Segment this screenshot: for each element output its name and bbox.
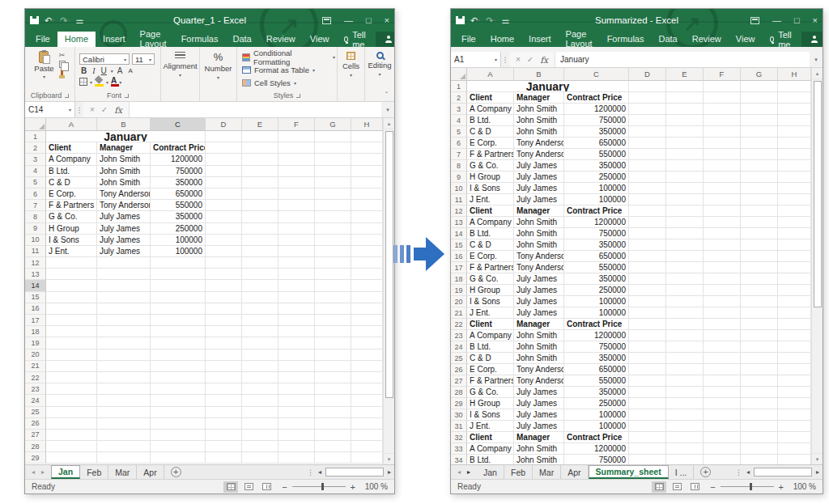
cell[interactable] [97,407,151,418]
column-header-C[interactable]: C [564,68,629,81]
cell[interactable] [351,315,383,326]
row-header-21[interactable]: 21 [25,361,46,372]
cell[interactable] [629,307,666,319]
cell[interactable] [278,292,315,303]
cell[interactable] [315,223,351,235]
cell[interactable] [315,246,351,257]
cell[interactable]: 100000 [564,183,629,194]
cell[interactable]: John Smith [514,228,564,239]
cell[interactable] [629,194,666,205]
cell[interactable] [97,441,151,452]
cell[interactable] [704,149,741,160]
cell[interactable]: A Company [467,443,514,455]
cell[interactable] [741,421,778,432]
cell[interactable] [778,81,811,92]
cell[interactable] [206,292,242,303]
cell[interactable] [206,326,242,337]
cell[interactable] [351,188,383,200]
cell[interactable] [278,326,315,337]
row-header-2[interactable]: 2 [451,92,467,104]
cell[interactable] [151,407,206,418]
cell[interactable] [741,409,778,421]
cell[interactable] [351,303,383,315]
cell[interactable]: 550000 [151,200,206,211]
row-header-33[interactable]: 33 [451,443,467,455]
row-header-30[interactable]: 30 [451,409,467,421]
cell[interactable] [704,375,741,387]
cell[interactable] [666,262,704,273]
row-header-28[interactable]: 28 [451,387,467,398]
cell[interactable] [97,315,151,326]
sheet-nav-left-icon[interactable]: ◂ [32,468,35,476]
cell[interactable] [278,361,315,372]
cell[interactable] [278,154,315,165]
cell[interactable] [351,337,383,349]
column-header-E[interactable]: E [666,68,704,81]
cell[interactable]: July James [514,296,564,307]
cell[interactable]: Manager [514,319,564,330]
cell[interactable] [704,285,741,296]
cell[interactable] [46,418,97,430]
cell[interactable] [315,235,351,246]
cell[interactable] [351,257,383,269]
row-header-34[interactable]: 34 [451,455,467,464]
cell[interactable] [704,115,741,126]
cell[interactable]: Client [467,205,514,217]
cell[interactable]: 350000 [151,211,206,222]
cell[interactable]: Tony Anderson [97,188,151,200]
cell[interactable] [242,166,278,177]
insert-function-icon[interactable]: fx [114,105,122,115]
cell[interactable] [778,251,811,262]
cell[interactable] [778,273,811,285]
cell[interactable] [666,183,704,194]
cell[interactable] [666,149,704,160]
cell[interactable]: E Corp. [467,138,514,149]
cell[interactable] [741,455,778,464]
cell[interactable] [666,296,704,307]
cell[interactable] [46,441,97,452]
cell[interactable] [351,349,383,361]
share-button[interactable]: Share [376,32,394,47]
cell[interactable] [629,262,666,273]
cell[interactable] [629,115,666,126]
cell[interactable] [315,269,351,280]
cell[interactable]: July James [514,194,564,205]
sheet-tab-jan[interactable]: Jan [477,465,504,479]
ribbon-tab-view[interactable]: View [303,32,337,47]
cell[interactable] [46,349,97,361]
cell[interactable] [242,246,278,257]
cell[interactable] [315,131,351,142]
cell[interactable] [315,303,351,315]
cell[interactable]: John Smith [97,177,151,188]
cell[interactable] [629,375,666,387]
cell[interactable] [278,177,315,188]
cell[interactable] [666,341,704,353]
cell[interactable] [351,223,383,235]
formula-cancel-icon[interactable]: × [90,105,95,114]
add-sheet-icon[interactable]: + [171,467,181,477]
cell[interactable] [315,292,351,303]
cell[interactable]: Tony Anderson [514,364,564,375]
cell[interactable]: H Group [46,223,97,235]
ribbon-tab-file[interactable]: File [28,32,57,47]
cell[interactable] [242,361,278,372]
cell[interactable]: John Smith [514,239,564,251]
cell[interactable] [278,315,315,326]
cell[interactable]: G & Co. [46,211,97,222]
cell[interactable] [206,246,242,257]
row-header-21[interactable]: 21 [451,307,467,319]
row-header-13[interactable]: 13 [25,269,46,280]
cut-icon[interactable]: ✂ [59,52,66,58]
cell[interactable]: John Smith [514,443,564,455]
cell[interactable]: 550000 [564,262,629,273]
cell[interactable]: 1200000 [564,443,629,455]
cell[interactable] [278,441,315,452]
cell[interactable] [351,372,383,383]
vertical-scrollbar-thumb[interactable] [385,131,393,398]
cell[interactable] [666,126,704,138]
cell[interactable] [206,223,242,235]
cell[interactable]: July James [514,160,564,172]
cell[interactable] [242,418,278,430]
cell[interactable] [629,432,666,443]
cell[interactable] [315,142,351,154]
